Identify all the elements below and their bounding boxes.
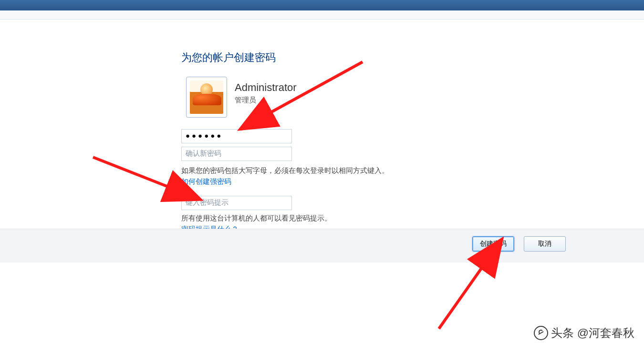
watermark-text: 头条 @河套春秋 [551,325,634,341]
create-password-button[interactable]: 创建密码 [472,236,514,252]
user-avatar-icon [190,81,223,114]
strong-password-link[interactable]: 如何创建强密码 [181,177,231,186]
confirm-password-input[interactable]: 确认新密码 [181,147,292,161]
user-role: 管理员 [235,96,256,105]
page-heading: 为您的帐户创建密码 [181,50,276,65]
user-name: Administrator [235,81,297,94]
new-password-input[interactable]: ●●●●●● [181,129,292,143]
watermark-icon [534,326,548,340]
top-band [0,10,644,20]
window: 为您的帐户创建密码 Administrator 管理员 ●●●●●● 确认新密码… [0,0,644,343]
hint-visibility-text: 所有使用这台计算机的人都可以看见密码提示。 [181,214,332,223]
password-hint-input[interactable]: 键入密码提示 [181,196,292,210]
caps-warning-text: 如果您的密码包括大写字母，必须在每次登录时以相同方式键入。 [181,166,389,175]
user-avatar-frame [186,77,227,118]
footer-bar: 创建密码 取消 [0,229,644,262]
titlebar [0,0,644,10]
cancel-button[interactable]: 取消 [524,236,566,252]
watermark: 头条 @河套春秋 [534,325,634,341]
